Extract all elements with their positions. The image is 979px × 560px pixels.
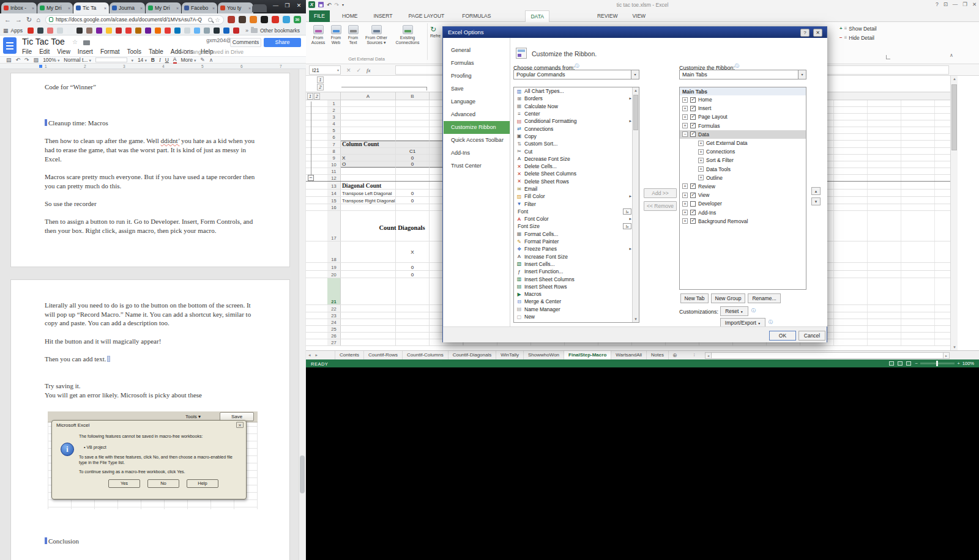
options-nav-item[interactable]: Customize Ribbon: [444, 121, 510, 134]
close-icon[interactable]: ✕: [972, 1, 977, 7]
style-select[interactable]: Normal t... ▾: [64, 57, 91, 63]
column-header[interactable]: A: [341, 92, 396, 100]
menu-item[interactable]: Table: [149, 48, 163, 55]
tab-close-icon[interactable]: ×: [32, 6, 34, 10]
cell-B[interactable]: [396, 114, 430, 120]
command-item[interactable]: ▦ Calculate Now: [514, 103, 633, 110]
command-item[interactable]: ▣ Copy: [514, 133, 633, 140]
doc-paragraph[interactable]: [45, 346, 262, 355]
scroll-down-icon[interactable]: ▼: [633, 317, 639, 321]
main-tab-item[interactable]: + Page Layout: [680, 112, 806, 121]
tab-close-icon[interactable]: ×: [104, 6, 106, 10]
expand-icon[interactable]: +: [682, 218, 688, 224]
reset-button[interactable]: Reset ▼: [720, 306, 748, 316]
command-item[interactable]: A Increase Font Size: [514, 253, 633, 260]
doc-paragraph[interactable]: Macros scare pretty much everyone. But i…: [45, 172, 262, 190]
hide-detail-button[interactable]: −≡ Hide Detail: [839, 33, 877, 42]
edit-mode-icon[interactable]: ✎: [200, 57, 205, 63]
cell-B[interactable]: [396, 326, 430, 332]
ruler[interactable]: 1234567: [0, 64, 306, 69]
menu-item[interactable]: Insert: [78, 48, 93, 55]
apps-label[interactable]: Apps: [11, 28, 23, 34]
tab-close-icon[interactable]: ×: [248, 6, 251, 10]
main-tab-item[interactable]: + Add-Ins: [680, 208, 806, 216]
cell-A[interactable]: [341, 278, 396, 304]
cell-B[interactable]: [396, 141, 430, 147]
main-tab-item[interactable]: + Formulas: [680, 122, 806, 130]
checkbox[interactable]: [690, 123, 696, 128]
options-nav-item[interactable]: Proofing: [444, 70, 510, 83]
commands-list[interactable]: ▥ All Chart Types... ⊞ Borders ▸ ▦ Calcu…: [513, 87, 639, 323]
font-size-select[interactable]: 14 ▾: [138, 57, 147, 63]
command-item[interactable]: ▥ All Chart Types...: [514, 87, 633, 95]
cell-A[interactable]: [341, 204, 396, 210]
doc-paragraph[interactable]: [45, 208, 262, 218]
command-item[interactable]: ✕ Delete Sheet Rows: [514, 178, 633, 185]
bookmark-icon[interactable]: [96, 28, 102, 34]
doc-paragraph[interactable]: Then to assign a button to run it. Go to…: [45, 217, 262, 235]
checkbox[interactable]: [690, 97, 696, 103]
dialog-title-bar[interactable]: Excel Options: [443, 27, 827, 38]
command-item[interactable]: ❖ Freeze Panes ▸: [514, 245, 633, 252]
page-break-view-icon[interactable]: [906, 361, 911, 366]
add-button[interactable]: Add >>: [644, 188, 677, 198]
home-icon[interactable]: ⌂: [36, 13, 40, 26]
cell-B[interactable]: 0: [396, 155, 430, 161]
cell-B[interactable]: C1: [396, 148, 430, 154]
move-down-button[interactable]: ▼: [811, 197, 821, 205]
row-header[interactable]: 22: [327, 305, 341, 312]
scroll-right-icon[interactable]: ▸: [943, 352, 950, 359]
command-item[interactable]: ▥ Insert Sheet Columns: [514, 275, 633, 282]
ribbon-tab[interactable]: REVIEW: [592, 10, 623, 22]
underline-button[interactable]: U: [165, 57, 169, 63]
sheet-tab[interactable]: Countif-Diagonals: [449, 351, 497, 359]
doc-paragraph[interactable]: Hit the button and it will magically app…: [45, 337, 262, 346]
ribbon-button[interactable]: Existing Connections: [391, 23, 424, 55]
doc-paragraph[interactable]: Try saving it.: [45, 381, 262, 391]
cell-A[interactable]: [341, 241, 396, 262]
help-icon[interactable]: ?: [936, 1, 939, 7]
share-button[interactable]: Share: [264, 38, 301, 47]
bookmark-icon[interactable]: [67, 28, 73, 34]
cell-B[interactable]: [396, 120, 430, 127]
outline-level-1-button[interactable]: 1: [317, 76, 324, 83]
cell-A[interactable]: [341, 134, 396, 140]
ribbon-tab[interactable]: DATA: [525, 10, 549, 22]
extension-icon[interactable]: 30: [294, 16, 301, 23]
cell-B[interactable]: [396, 312, 430, 319]
row-header[interactable]: 9: [327, 155, 341, 161]
name-box[interactable]: I21▾: [309, 65, 341, 75]
menu-item[interactable]: Edit: [39, 48, 50, 55]
sheet-tab[interactable]: WartsandAll: [611, 351, 647, 359]
cell-A[interactable]: Transpose Left Diagonal: [341, 190, 396, 196]
extension-icon[interactable]: [250, 16, 257, 23]
doc-paragraph[interactable]: [45, 328, 262, 337]
main-tab-item[interactable]: + Home: [680, 95, 806, 104]
browser-tab[interactable]: My Dri ×: [146, 2, 181, 13]
menu-item[interactable]: File: [22, 48, 32, 55]
bookmark-icon[interactable]: [116, 28, 122, 34]
show-detail-button[interactable]: +≡ Show Detail: [839, 24, 877, 33]
scroll-left-icon[interactable]: ◂: [705, 352, 712, 359]
sheet-nav-left-icon[interactable]: ◂: [306, 351, 313, 359]
doc-paragraph[interactable]: Code for “Winner”: [45, 83, 262, 92]
options-nav-item[interactable]: Formulas: [444, 57, 510, 70]
options-nav-item[interactable]: Language: [444, 95, 510, 108]
document-title[interactable]: Tic Tac Toe: [22, 37, 65, 46]
font-select[interactable]: [95, 57, 127, 62]
cell-A[interactable]: [341, 168, 396, 174]
ribbon-tab[interactable]: HOME: [337, 10, 363, 22]
bookmark-icon[interactable]: [37, 28, 43, 34]
bookmark-icon[interactable]: [204, 28, 210, 34]
minimize-icon[interactable]: —: [270, 2, 281, 10]
doc-paragraph[interactable]: You will get an error likely. Microsoft …: [45, 391, 262, 400]
browser-tab[interactable]: Facebo ×: [182, 2, 217, 13]
row-header[interactable]: 13: [327, 182, 341, 189]
cell-A[interactable]: [341, 107, 396, 113]
doc-paragraph[interactable]: Cleanup time: Macros: [45, 119, 262, 128]
checkbox[interactable]: [690, 131, 696, 137]
main-tab-item[interactable]: + Insert: [680, 104, 806, 112]
row-outline-level-2[interactable]: 2: [314, 93, 320, 100]
bookmark-icon[interactable]: [57, 28, 63, 34]
row-header[interactable]: 20: [327, 271, 341, 278]
